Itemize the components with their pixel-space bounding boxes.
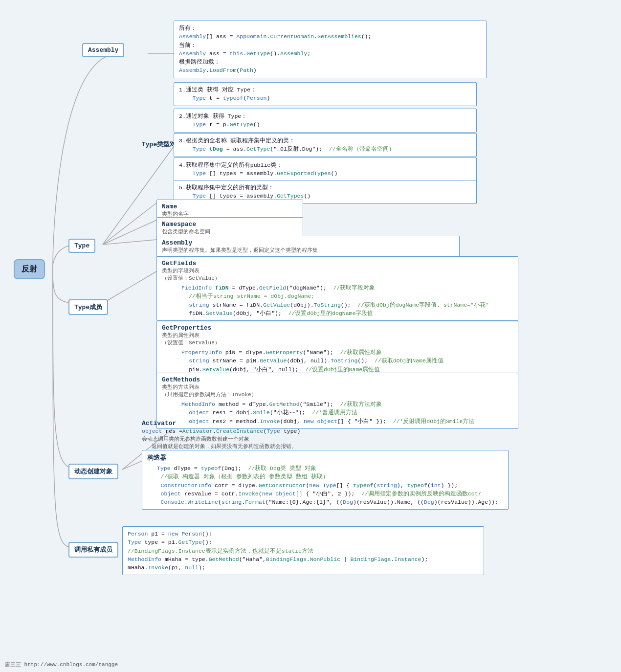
type-item-1: 1.通过类 获得 对应 Type： Type t = typeof(Person… — [174, 82, 477, 106]
getproperties-box: GetProperties 类型的属性列表 （设置值：SetValue） Pro… — [156, 321, 518, 377]
type-node-box: Type — [68, 239, 95, 253]
type-member-node-box: Type成员 — [68, 299, 108, 315]
getfields-box: GetFields 类型的字段列表 （设置值：SetValue） FieldIn… — [156, 256, 518, 321]
constructor-box: 构造器 Type dType = typeof(Dog); //获取 Dog类 … — [142, 450, 509, 510]
svg-line-4 — [103, 240, 156, 245]
center-node: 反射 — [14, 259, 45, 279]
svg-line-2 — [103, 203, 156, 245]
type-item-2: 2.通过对象 获得 Type： Type t = p.GetType() — [174, 109, 477, 133]
call-private-node-box: 调用私有成员 — [68, 542, 118, 558]
footer-text: 唐三三 http://www.cnblogs.com/tangge — [5, 661, 118, 668]
type-item-3: 3.根据类的全名称 获取程序集中定义的类： Type tDog = ass.Ge… — [174, 133, 477, 157]
activator-content: Activator object res =Activator.CreateIn… — [142, 420, 300, 450]
assembly-node-box: Assembly — [82, 43, 124, 57]
call-private-box: Person p1 = new Person(); Type type = p1… — [122, 526, 484, 575]
svg-line-5 — [103, 271, 156, 303]
assembly-type-node: Assembly 声明类型的程序集。如果类型是泛型，返回定义这个类型的程序集 — [156, 236, 460, 257]
assembly-content-box: 所有： Assembly[] ass = AppDomain.CurrentDo… — [174, 21, 487, 78]
svg-line-3 — [103, 220, 156, 245]
dynamic-create-node-box: 动态创建对象 — [68, 464, 118, 479]
type-item-4: 4.获取程序集中定义的所有public类： Type [] types = as… — [174, 157, 477, 181]
